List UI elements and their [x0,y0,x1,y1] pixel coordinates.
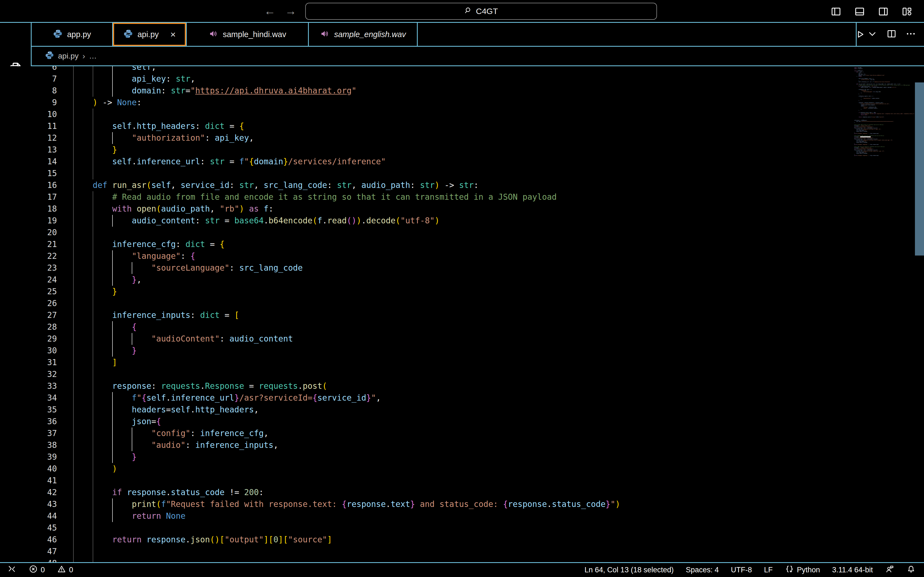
code-line[interactable]: 47 [0,546,924,558]
code-line[interactable]: 11 self.http_headers: dict = { [0,120,924,132]
code-text: } [73,345,137,357]
code-line[interactable]: 20 [0,227,924,239]
code-line[interactable]: 22 "language": { [0,250,924,262]
close-icon[interactable]: × [170,30,176,39]
code-line[interactable]: 42 if response.status_code != 200: [0,487,924,498]
code-line[interactable]: 19 audio_content: str = base64.b64encode… [0,215,924,227]
indent-guide [73,168,74,179]
status-error[interactable]: 0 [29,564,45,575]
forward-arrow-icon[interactable]: → [285,5,296,17]
status-feedback[interactable] [885,564,894,575]
code-line[interactable]: 43 print(f"Request failed with response.… [0,498,924,510]
layout-sidebar-right-icon[interactable] [877,5,889,18]
code-text: "config": inference_cfg, [73,427,268,439]
code-line[interactable]: 28 { [0,321,924,333]
status-label: LF [764,566,773,574]
code-line[interactable]: 36 json={ [0,416,924,427]
scrollbar-slider[interactable] [915,82,924,256]
breadcrumb-more[interactable]: … [89,52,97,60]
line-number: 43 [31,498,57,510]
code-text: self, [73,66,156,73]
minimap[interactable]: import base64import requestsclass AI4Bha… [854,67,914,562]
layout-panel-icon[interactable] [854,5,866,18]
line-number: 47 [31,546,57,558]
split-editor-button[interactable] [886,28,897,40]
code-line[interactable]: 8 domain: str="https://api.dhruva.ai4bha… [0,85,924,97]
code-line[interactable]: 48 [0,558,924,562]
layout-custom-icon[interactable] [901,5,913,18]
code-line[interactable]: 30 } [0,345,924,357]
tab-sample_hindi.wav[interactable]: sample_hindi.wav [187,23,309,46]
tab-api.py[interactable]: api.py× [113,23,187,46]
code-line[interactable]: 32 [0,369,924,380]
tab-sample_english.wav[interactable]: sample_english.wav [309,23,418,46]
code-line[interactable]: 35 headers=self.http_headers, [0,404,924,416]
audio-file-icon [208,29,218,40]
code-line[interactable]: 12 "authorization": api_key, [0,132,924,144]
code-line[interactable]: 23 "sourceLanguage": src_lang_code [0,262,924,274]
code-text: return response.json()["output"][0]["sou… [73,534,332,546]
code-line[interactable]: 46 return response.json()["output"][0]["… [0,534,924,546]
code-line[interactable]: 10 [0,108,924,120]
code-line[interactable]: 39 } [0,451,924,463]
chevron-down-icon[interactable] [867,28,878,40]
code-line[interactable]: 33 response: requests.Response = request… [0,380,924,392]
code-line[interactable]: 21 inference_cfg: dict = { [0,239,924,250]
status-spaces-4[interactable]: Spaces: 4 [686,566,719,574]
status-warning[interactable]: 0 [57,564,73,575]
tab-app.py[interactable]: app.py [32,23,113,46]
indent-guide [73,108,74,120]
code-line[interactable]: 16 def run_asr(self, service_id: str, sr… [0,179,924,191]
indent-guide [93,475,93,487]
code-line[interactable]: 27 inference_inputs: dict = [ [0,309,924,321]
title-bar: ← → C4GT [0,0,924,22]
code-text: response: requests.Response = requests.p… [73,380,327,392]
status-braces[interactable]: Python [785,564,820,575]
run-button[interactable] [855,28,878,40]
status-3-11-4-64-bit[interactable]: 3.11.4 64-bit [832,566,873,574]
code-line[interactable]: 13 } [0,144,924,156]
python-file-icon [53,29,63,40]
code-line[interactable]: 37 "config": inference_cfg, [0,427,924,439]
code-line[interactable]: 15 [0,168,924,179]
code-line[interactable]: 41 [0,475,924,487]
code-line[interactable]: 7 api_key: str, [0,73,924,85]
code-editor[interactable]: 6 self,7 api_key: str,8 domain: str="htt… [0,66,924,562]
more-actions-button[interactable] [905,28,916,40]
layout-sidebar-left-icon[interactable] [830,5,842,18]
code-line[interactable]: 6 self, [0,66,924,73]
code-line[interactable]: 14 self.inference_url: str = f"{domain}/… [0,156,924,168]
code-text: { [73,321,137,333]
code-line[interactable]: 26 [0,298,924,309]
code-line[interactable]: 38 "audio": inference_inputs, [0,439,924,451]
code-line[interactable]: 34 f"{self.inference_url}/asr?serviceId=… [0,392,924,404]
line-number: 45 [31,522,57,534]
python-file-icon [123,29,133,40]
code-line[interactable]: 18 with open(audio_path, "rb") as f: [0,203,924,215]
status-label: Spaces: 4 [686,566,719,574]
code-line[interactable]: 9 ) -> None: [0,97,924,108]
status-ln-64-col-13-18-selected[interactable]: Ln 64, Col 13 (18 selected) [585,566,674,574]
code-line[interactable]: 25 } [0,286,924,298]
code-text: f"{self.inference_url}/asr?serviceId={se… [73,392,381,404]
status-remote[interactable] [7,564,16,575]
line-number: 33 [31,380,57,392]
code-line[interactable]: 44 return None [0,510,924,522]
code-line[interactable]: 24 }, [0,274,924,286]
code-line[interactable]: 40 ) [0,463,924,475]
breadcrumb-file[interactable]: api.py [58,52,79,60]
line-number: 17 [31,191,57,203]
line-number: 32 [31,369,57,380]
code-text: } [73,451,137,463]
code-line[interactable]: 17 # Read audio from file and encode it … [0,191,924,203]
code-line[interactable]: 45 [0,522,924,534]
code-line[interactable]: 29 "audioContent": audio_content [0,333,924,345]
vertical-scrollbar[interactable] [915,66,924,562]
code-text: self.http_headers: dict = { [73,120,244,132]
command-center-search[interactable]: C4GT [305,3,657,20]
back-arrow-icon[interactable]: ← [264,5,276,17]
status-utf-8[interactable]: UTF-8 [731,566,752,574]
status-bell[interactable] [906,564,916,575]
code-line[interactable]: 31 ] [0,357,924,369]
status-lf[interactable]: LF [764,566,773,574]
